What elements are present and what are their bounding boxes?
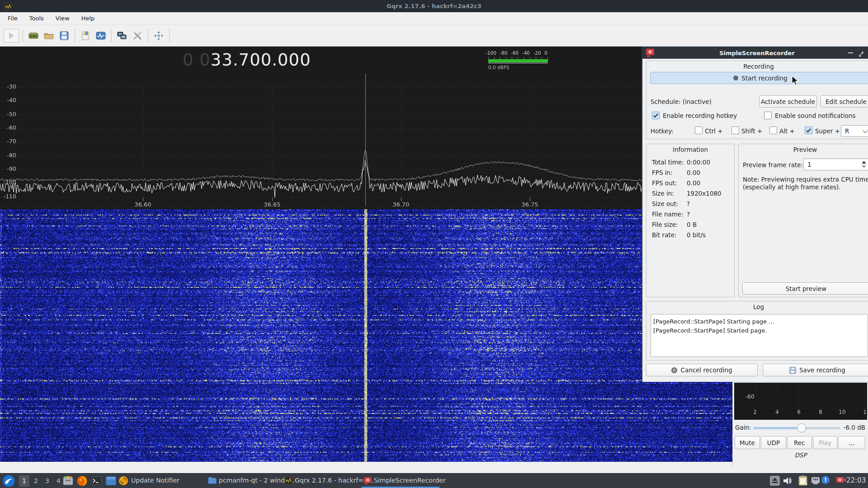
update-notifier-icon[interactable] <box>118 476 128 488</box>
minimize-icon[interactable] <box>848 52 853 53</box>
dbfs-meter-reading: 0.0 dBFS <box>488 65 509 70</box>
log-group-title: Log <box>646 303 868 310</box>
alt-checkbox[interactable] <box>769 127 777 134</box>
start-dsp-button[interactable] <box>4 29 19 42</box>
blue-window-icon <box>106 476 116 485</box>
meter-tick-label: 0 <box>544 50 547 56</box>
workspace-1-button[interactable]: 1 <box>19 475 29 487</box>
edit-schedule-button[interactable]: Edit schedule <box>821 95 868 108</box>
ssr-tray-icon[interactable] <box>836 477 846 486</box>
waterfall-display[interactable] <box>0 209 732 462</box>
spin-up-icon[interactable] <box>862 161 866 164</box>
gain-slider-handle[interactable] <box>797 423 806 432</box>
gain-label: Gain: <box>735 424 751 431</box>
save-icon <box>789 367 796 374</box>
more-audio-options-button[interactable]: ... <box>838 436 865 449</box>
log-textarea[interactable]: [PageRecord::StartPage] Starting page ..… <box>651 314 868 357</box>
update-notifier-label[interactable]: Update Notifier <box>131 477 179 484</box>
clock[interactable]: 22:03 <box>846 476 866 484</box>
start-recording-button[interactable]: Start recording <box>650 72 868 84</box>
log-group: Log [PageRecord::StartPage] Starting pag… <box>646 301 868 361</box>
meter-tick-label: -100 <box>486 50 496 56</box>
info-value: 0.00 <box>687 169 700 176</box>
db-axis-label: -80 <box>2 152 16 159</box>
ctrl-checkbox[interactable] <box>695 127 703 134</box>
lubuntu-menu-button[interactable] <box>3 475 15 488</box>
lubuntu-logo-icon <box>3 475 15 487</box>
workspace-3-button[interactable]: 3 <box>42 475 52 487</box>
remote-control-icon[interactable] <box>117 31 127 41</box>
workspace-2-button[interactable]: 2 <box>31 475 41 487</box>
enable-sound-checkbox[interactable] <box>764 112 772 119</box>
db-axis-label: -110 <box>2 193 16 200</box>
eject-tray-icon[interactable] <box>770 476 780 488</box>
mouse-cursor <box>791 75 800 88</box>
fft-settings-icon[interactable] <box>96 31 106 41</box>
configure-io-device-icon[interactable] <box>28 31 38 41</box>
firefox-launcher[interactable] <box>77 476 87 488</box>
dsp-tab-label[interactable]: DSP <box>733 451 868 459</box>
pan-icon[interactable] <box>154 31 164 41</box>
menu-file[interactable]: File <box>2 12 24 24</box>
frequency-value: 33.700.000 <box>211 50 311 70</box>
frame-rate-spinbox[interactable]: 1 <box>803 159 868 170</box>
shift-label: Shift + <box>741 127 762 135</box>
window-launcher[interactable] <box>106 476 116 487</box>
file-cabinet-icon <box>63 476 73 486</box>
audio-x-label: 1 <box>862 409 868 415</box>
menu-help[interactable]: Help <box>75 12 101 24</box>
workspace-4-button[interactable]: 4 <box>53 475 64 487</box>
taskbar-task-ssr[interactable]: SimpleScreenRecorder <box>374 477 446 484</box>
menu-view[interactable]: View <box>50 12 75 24</box>
gqrx-window-title: Gqrx 2.17.6 - hackrf=2a42c3 <box>387 3 481 9</box>
ssr-titlebar[interactable]: SimpleScreenRecorder <box>642 47 868 59</box>
bookmarks-icon[interactable] <box>80 31 90 41</box>
audio-x-label: 2 <box>752 409 758 415</box>
super-label: Super + <box>815 127 840 135</box>
frequency-display[interactable]: 0 033.700.000 <box>183 50 311 70</box>
taskbar-task-gqrx[interactable]: Gqrx 2.17.6 - hackrf=2... <box>295 477 373 484</box>
info-value: ? <box>687 211 690 218</box>
db-axis-label: -50 <box>2 111 16 117</box>
network-tray-icon[interactable] <box>811 476 821 486</box>
start-preview-button[interactable]: Start preview <box>742 282 868 295</box>
volume-tray-icon[interactable] <box>783 476 793 487</box>
udp-button[interactable]: UDP <box>761 436 786 449</box>
mute-button[interactable]: Mute <box>735 436 760 449</box>
recording-group-title: Recording <box>646 63 868 70</box>
clipboard-tray-icon[interactable] <box>798 475 807 488</box>
hotkey-key-combo[interactable]: R <box>841 125 868 137</box>
audio-x-label: 6 <box>796 409 802 415</box>
info-label: FPS in: <box>652 169 673 176</box>
save-settings-icon[interactable] <box>59 31 69 41</box>
file-manager-launcher[interactable] <box>63 476 73 488</box>
meter-tick-label: -40 <box>522 50 530 56</box>
maximize-icon[interactable] <box>859 50 864 59</box>
menu-tools[interactable]: Tools <box>24 12 50 24</box>
meter-tick-label: -20 <box>533 50 541 56</box>
screen: Gqrx 2.17.6 - hackrf=2a42c3 File Tools V… <box>0 0 868 488</box>
toolbar-separator <box>169 29 170 42</box>
activate-schedule-button[interactable]: Activate schedule <box>759 95 817 108</box>
dbfs-meter-ticks <box>488 57 548 59</box>
rec-button[interactable]: Rec <box>787 436 812 449</box>
load-settings-icon[interactable] <box>44 31 54 41</box>
shift-checkbox[interactable] <box>731 127 739 134</box>
super-checkbox[interactable] <box>805 127 812 134</box>
spin-down-icon[interactable] <box>862 165 866 168</box>
save-recording-button[interactable]: Save recording <box>763 364 868 376</box>
terminal-launcher[interactable] <box>91 476 102 487</box>
spectrum-plot[interactable] <box>0 47 732 209</box>
tools-icon[interactable] <box>132 31 142 41</box>
notification-alert-icon[interactable]: ! <box>821 476 830 484</box>
enable-hotkey-checkbox[interactable] <box>652 112 660 119</box>
freq-axis-label: 36.70 <box>387 201 415 208</box>
play-button[interactable]: Play <box>813 436 837 449</box>
db-axis-label: -40 <box>2 97 16 103</box>
hotkey-key-value: R <box>845 127 849 135</box>
taskbar-task-pcmanfm[interactable]: pcmanfm-qt - 2 windo... <box>219 477 295 484</box>
alt-label: Alt + <box>779 127 795 135</box>
toolbar-separator <box>75 29 75 42</box>
cancel-recording-button[interactable]: Cancel recording <box>646 364 758 376</box>
gain-slider-track[interactable] <box>753 427 840 429</box>
